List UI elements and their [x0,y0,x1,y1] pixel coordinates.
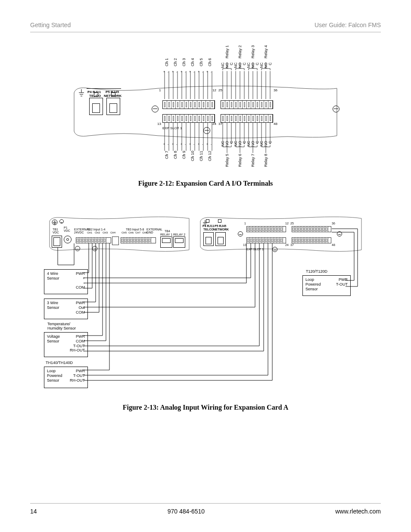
small-label: CH2 [95,231,100,234]
screw-icon [59,219,64,224]
screw-icon [238,231,243,236]
p5a: P5 RJ45 [215,224,226,227]
p4-label-1: P4 RJ11 [87,90,101,94]
vertical-label: NC [246,62,251,68]
sensor-loop-left: Loop Powered Sensor PWR T-OUT RH-OUT [44,367,88,388]
vertical-label: NO [225,62,229,68]
rt-tb-a [246,226,286,232]
small-label: CH3 [103,231,108,234]
vertical-label: NC [221,141,225,146]
vertical-label: Relay 3 [251,45,255,59]
small-label: + [206,143,208,146]
vertical-label: NC [259,141,264,146]
rt-tb-d [292,237,331,243]
vertical-label: Ch 7 [165,151,169,159]
exp-slot: EXP SLOT 1 [246,248,264,251]
vertical-label: NC [246,141,251,146]
pin-num: 13 [243,243,246,246]
tb2-block [76,237,111,243]
tb2-label: TB2 Input 1-4 [87,228,105,231]
p4-label-2: TELCO [89,94,101,98]
terminal-block-relay1-4 [221,100,273,109]
th140-header: TH140/TH140D [46,361,73,365]
vertical-label: Relay 2 [238,45,242,59]
pin-num: 12 [285,222,289,225]
vertical-label: C [255,62,259,65]
screw-icon [92,246,97,251]
th-header: Temperature/ Humidity Sensor [47,322,76,330]
vertical-label: NO [238,62,242,68]
small-label: + [198,70,199,73]
small-label: - [185,143,186,146]
t120-header: T120/T120D [306,269,327,274]
small-label: + [198,143,199,146]
p1-label: P1 VDC [64,226,70,232]
vertical-label: Ch 12 [208,151,212,161]
vertical-label: NO [251,141,255,147]
vertical-label: Ch 4 [190,58,195,66]
rj11-jack [89,98,103,115]
vertical-label: NO [264,62,268,68]
vertical-label: Ch 5 [199,58,203,66]
page-header: Getting Started User Guide: Falcon FMS [30,22,381,32]
p1-jack [64,236,72,243]
ground-icon [78,88,85,99]
vertical-label: NC [234,141,238,146]
screw-icon [272,247,277,252]
footer-page: 14 [30,508,37,515]
footer-phone: 970 484-6510 [168,508,205,515]
small-label: - [211,70,212,73]
vertical-label: Ch 9 [182,151,186,159]
vertical-label: C [242,62,246,65]
vertical-label: Ch 1 [165,58,169,66]
pin-num: 1 [159,88,161,92]
vertical-label: C [268,62,272,65]
small-label: CH8 [142,231,147,234]
small-label: - [193,70,194,73]
vertical-label: Relay 6 [238,154,242,167]
terminal-block-ch1-6 [162,100,215,109]
pin-num: 48 [274,122,277,126]
tb1-label: TB1 VDC [53,228,59,234]
vertical-label: NC [234,62,238,68]
pin-num: 36 [274,88,277,92]
small-label: - [211,143,212,146]
terminal-block-ch7-12 [162,114,215,123]
rt-tb-b [292,226,331,232]
small-label: + [181,143,182,146]
vertical-label: C [229,141,234,144]
small-label: CH7 [135,231,140,234]
vertical-label: NC [221,62,225,68]
vertical-label: NO [225,141,229,147]
small-label: CH5 [121,231,127,234]
small-label: - [193,143,194,146]
footer-url: www.rletech.com [335,508,381,515]
p4a: P4 RJ11 [202,224,214,227]
header-right: User Guide: Falcon FMS [314,22,381,28]
screw-icon [337,231,342,236]
small-label: - [176,143,177,146]
small-label: CH6 [128,231,134,234]
relay-top-leads [221,62,272,101]
vertical-label: C [268,141,272,144]
figure-2-diagram: TB1 VDC P1 VDC EXTERNAL 24VDC TB2 Input … [44,213,367,398]
vertical-label: Ch 8 [173,151,177,159]
sensor-3wire: 3 Wire Sensor PWR Out COM [44,299,88,319]
figure-2-caption: Figure 2-13: Analog Input Wiring for Exp… [30,404,381,411]
pin-num: 24 [285,243,289,246]
vertical-label: Relay 8 [264,154,268,167]
p5-label-2: NETWORK [104,94,121,98]
ch-bot-leads [162,123,214,153]
sensor-4wire: 4 Wire Sensor PWR + - COM [44,269,88,294]
vertical-label: C [242,141,246,144]
sensor-loop-right: Loop Powered Sensor PWR T-OUT [302,275,351,296]
tb4-relay1 [160,236,172,248]
screw-icon [152,106,159,112]
rj11-jack [203,232,214,246]
vertical-label: Ch 10 [190,151,195,161]
small-label: + [172,70,174,73]
small-label: CH1 [87,231,92,234]
small-label: + [181,70,182,73]
pin-num: 1 [244,222,246,225]
tb4-r2: RELAY 2 [173,233,185,236]
